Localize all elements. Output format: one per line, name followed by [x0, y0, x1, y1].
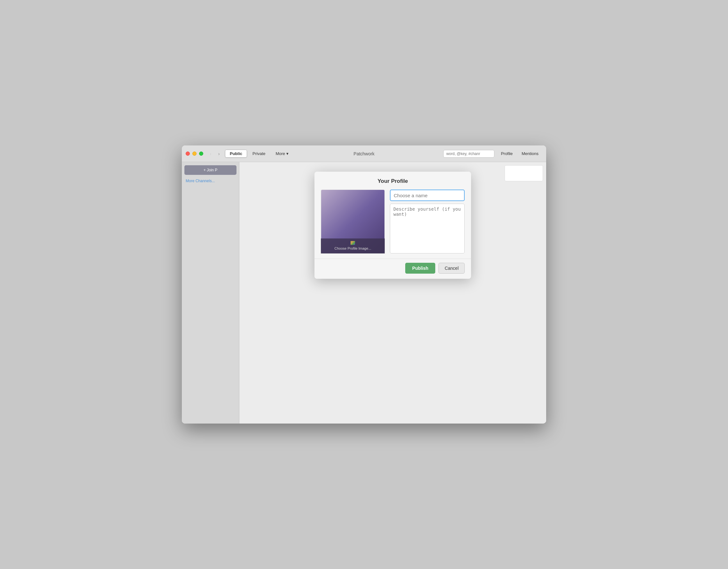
profile-button[interactable]: Profile: [497, 150, 516, 157]
app-window: ‹ › Public Private More ▾ Patchwork Prof…: [182, 145, 546, 424]
modal-overlay: Your Profile Choose Profile Image...: [239, 162, 546, 424]
app-title: Patchwork: [353, 151, 374, 156]
image-icon: [351, 241, 355, 245]
search-input[interactable]: [443, 150, 494, 158]
name-input[interactable]: [390, 190, 465, 201]
modal-title: Your Profile: [377, 178, 408, 184]
join-pub-button[interactable]: + Join P: [184, 165, 236, 175]
main-area: Your Profile Choose Profile Image...: [239, 162, 546, 424]
more-channels-link[interactable]: More Channels...: [184, 177, 236, 184]
nav-arrows: ‹ ›: [207, 150, 222, 157]
titlebar: ‹ › Public Private More ▾ Patchwork Prof…: [182, 145, 546, 162]
tab-more[interactable]: More ▾: [271, 150, 293, 158]
search-bar: [443, 150, 494, 158]
minimize-button[interactable]: [192, 152, 197, 156]
close-button[interactable]: [186, 152, 190, 156]
maximize-button[interactable]: [199, 152, 203, 156]
modal-header: Your Profile: [314, 172, 471, 190]
more-label: More: [275, 151, 285, 156]
modal-footer: Publish Cancel: [314, 259, 471, 279]
tab-private[interactable]: Private: [248, 150, 270, 158]
tab-buttons: Public Private More ▾: [225, 150, 293, 158]
mentions-button[interactable]: Mentions: [518, 150, 542, 157]
bio-input[interactable]: [390, 204, 465, 253]
profile-form: [390, 190, 465, 253]
content-area: + Join P More Channels... Your Profile: [182, 162, 546, 424]
publish-button[interactable]: Publish: [405, 263, 436, 274]
sidebar: + Join P More Channels...: [182, 162, 239, 424]
forward-button[interactable]: ›: [215, 150, 222, 157]
back-button[interactable]: ‹: [207, 150, 214, 157]
choose-profile-image-label: Choose Profile Image...: [335, 246, 371, 251]
modal-body: Choose Profile Image...: [314, 190, 471, 259]
choose-profile-image-button[interactable]: Choose Profile Image...: [321, 238, 385, 253]
traffic-lights: [186, 152, 203, 156]
profile-image-area: Choose Profile Image...: [321, 190, 385, 253]
cancel-button[interactable]: Cancel: [438, 263, 465, 274]
tab-public[interactable]: Public: [225, 150, 247, 158]
dropdown-icon: ▾: [286, 151, 289, 156]
profile-modal: Your Profile Choose Profile Image...: [314, 172, 471, 279]
titlebar-right-buttons: Profile Mentions: [497, 150, 542, 157]
